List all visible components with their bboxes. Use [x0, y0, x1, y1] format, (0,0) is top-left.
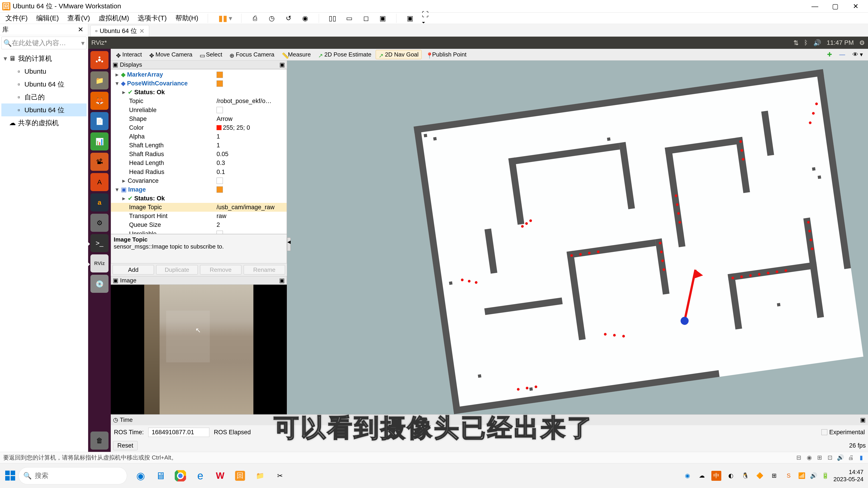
close-button[interactable]: ✕	[845, 0, 866, 13]
vm-revert-icon[interactable]: ↺	[283, 13, 293, 23]
taskbar-search[interactable]: 🔍 搜索	[19, 467, 127, 484]
vm-snapshot-icon[interactable]: ⎙	[250, 13, 260, 23]
image-view[interactable]: ↖	[111, 285, 287, 414]
menu-help[interactable]: 帮助(H)	[175, 13, 199, 23]
tab-close-icon[interactable]: ✕	[139, 27, 145, 35]
vm-view-1-icon[interactable]: ▯▯	[328, 13, 338, 23]
tool-remove-icon[interactable]: —	[836, 50, 848, 59]
taskbar-edge-icon[interactable]: e	[191, 467, 209, 485]
tray-clock[interactable]: 14:47 2023-05-24	[833, 468, 864, 483]
ubuntu-clock[interactable]: 11:47 PM	[827, 39, 854, 46]
maximize-button[interactable]: ▢	[825, 0, 845, 13]
taskbar-app-2[interactable]: 🖥	[151, 467, 169, 485]
unreliable-checkbox[interactable]	[217, 107, 223, 113]
bluetooth-icon[interactable]: ᛒ	[804, 39, 808, 46]
tree-item-ubuntu64-1[interactable]: ▫Ubuntu 64 位	[1, 78, 87, 91]
rename-button[interactable]: Rename	[244, 265, 285, 274]
cov-checkbox[interactable]	[217, 177, 223, 184]
tray-app-5[interactable]: ⊞	[769, 471, 779, 481]
launcher-files-icon[interactable]: 📁	[90, 71, 108, 90]
status-print-icon[interactable]: 🖨	[847, 454, 855, 461]
displays-tree[interactable]: ▸◆MarkerArray ▾◆PoseWithCovariance ▸✔Sta…	[111, 69, 287, 234]
launcher-amazon-icon[interactable]: a	[90, 193, 108, 212]
rviz-3d-view[interactable]: ◂	[287, 61, 868, 414]
tray-wifi-icon[interactable]: 📶	[798, 472, 805, 479]
marker-checkbox[interactable]	[217, 72, 223, 78]
menu-edit[interactable]: 编辑(E)	[35, 13, 60, 23]
tool-move-camera[interactable]: ✥Move Camera	[146, 50, 195, 59]
launcher-calc-icon[interactable]: 📊	[90, 132, 108, 151]
library-search[interactable]: 🔍 在此处键入内容… ▾	[1, 37, 87, 49]
tool-interact[interactable]: ✥Interact	[113, 50, 145, 59]
tool-2d-pose[interactable]: ↗2D Pose Estimate	[315, 50, 374, 59]
vm-pause-button[interactable]: ▮▮▾	[217, 13, 232, 24]
vm-manage-icon[interactable]: ◉	[300, 13, 310, 23]
gear-icon[interactable]: ⚙	[859, 39, 865, 46]
tray-app-6[interactable]: S	[784, 471, 794, 481]
tool-add-icon[interactable]: ✚	[824, 50, 835, 59]
image-checkbox[interactable]	[217, 186, 223, 193]
status-display-icon[interactable]: ▮	[858, 454, 865, 461]
tree-item-ubuntu64-2[interactable]: ▫Ubuntu 64 位	[1, 103, 87, 116]
launcher-settings-icon[interactable]: ⚙	[90, 214, 108, 232]
menu-vm[interactable]: 虚拟机(M)	[98, 13, 130, 23]
tool-focus[interactable]: ⊕Focus Camera	[226, 50, 277, 59]
taskbar-snip-icon[interactable]: ✂	[271, 467, 289, 485]
tray-app-2[interactable]: ◐	[726, 471, 736, 481]
taskbar-vmware-icon[interactable]: 回	[231, 467, 249, 485]
vm-view-2-icon[interactable]: ▭	[344, 13, 354, 23]
tray-volume-icon[interactable]: 🔊	[810, 472, 817, 479]
launcher-rviz-icon[interactable]: RViz	[90, 254, 108, 272]
pose-checkbox[interactable]	[217, 80, 223, 87]
img-unreliable-checkbox[interactable]	[217, 231, 223, 234]
status-net-icon[interactable]: ⊞	[816, 454, 823, 461]
remove-button[interactable]: Remove	[200, 265, 241, 274]
vm-view-3-icon[interactable]: ◻	[361, 13, 371, 23]
taskbar-wps-icon[interactable]: W	[211, 467, 229, 485]
tool-select[interactable]: ▭Select	[197, 50, 225, 59]
minimize-button[interactable]: —	[805, 0, 825, 13]
vm-fullscreen-icon[interactable]: ⛶ ▾	[422, 13, 432, 23]
experimental-checkbox[interactable]	[822, 429, 827, 435]
launcher-terminal-icon[interactable]: >_	[90, 234, 108, 252]
network-icon[interactable]: ⇅	[794, 39, 799, 46]
taskbar-chrome-icon[interactable]	[171, 467, 189, 485]
tree-shared[interactable]: ☁共享的虚拟机	[1, 116, 87, 129]
vm-tab-ubuntu[interactable]: ▫ Ubuntu 64 位 ✕	[90, 25, 149, 37]
tray-input-icon[interactable]: 中	[711, 471, 721, 481]
library-close-icon[interactable]: ✕	[75, 26, 86, 33]
reset-button[interactable]: Reset	[113, 441, 138, 450]
search-dropdown-icon[interactable]: ▾	[81, 39, 85, 47]
vm-view-4-icon[interactable]: ▣	[378, 13, 388, 23]
launcher-software-icon[interactable]: A	[90, 173, 108, 191]
volume-icon[interactable]: 🔊	[813, 39, 821, 46]
launcher-firefox-icon[interactable]: 🦊	[90, 92, 108, 110]
image-panel-close-icon[interactable]: ▣	[279, 277, 285, 284]
menu-file[interactable]: 文件(F)	[4, 13, 29, 23]
tool-publish-point[interactable]: 📍Publish Point	[423, 50, 469, 59]
add-button[interactable]: Add	[113, 265, 154, 274]
vm-clock-icon[interactable]: ◷	[267, 13, 277, 23]
tree-item-ubuntu[interactable]: ▫Ubuntu	[1, 65, 87, 78]
tree-root[interactable]: ▾🖥我的计算机	[1, 52, 87, 65]
tray-cloud-icon[interactable]: ☁	[697, 471, 707, 481]
tray-app-4[interactable]: 🔶	[755, 471, 765, 481]
splitter-handle[interactable]: ◂	[287, 237, 291, 251]
menu-tabs[interactable]: 选项卡(T)	[137, 13, 167, 23]
launcher-writer-icon[interactable]: 📄	[90, 112, 108, 130]
launcher-trash-icon[interactable]: 🗑	[90, 431, 108, 450]
status-usb-icon[interactable]: ⊡	[827, 454, 834, 461]
start-button[interactable]	[2, 468, 19, 484]
displays-close-icon[interactable]: ▣	[279, 61, 285, 68]
tray-app-1[interactable]: ◉	[682, 471, 692, 481]
tree-item-own[interactable]: ▫自己的	[1, 91, 87, 103]
launcher-dvd-icon[interactable]: 💿	[90, 275, 108, 293]
tool-2d-nav-goal[interactable]: ↗2D Nav Goal	[376, 50, 422, 59]
taskbar-app-1[interactable]: ◉	[131, 467, 150, 485]
launcher-dash-icon[interactable]	[90, 51, 108, 69]
tool-measure[interactable]: 📏Measure	[279, 50, 314, 59]
tray-battery-icon[interactable]: 🔋	[822, 472, 829, 479]
status-sound-icon[interactable]: 🔊	[837, 454, 844, 461]
taskbar-explorer-icon[interactable]: 📁	[251, 467, 269, 485]
duplicate-button[interactable]: Duplicate	[156, 265, 197, 274]
